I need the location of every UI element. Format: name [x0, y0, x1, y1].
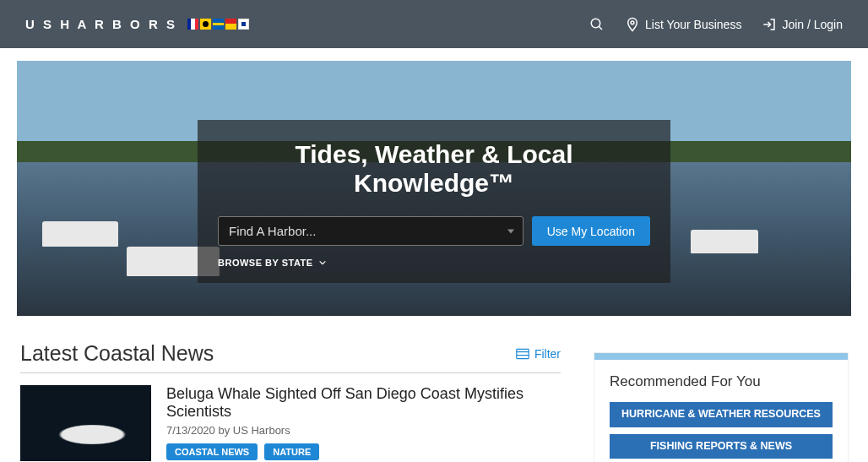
sidebar: Recommended For You HURRICANE & WEATHER … — [594, 341, 848, 462]
tag-coastal-news[interactable]: COASTAL NEWS — [166, 443, 258, 460]
news-header: Latest Coastal News Filter — [20, 341, 561, 373]
logo-flags — [187, 19, 249, 30]
chevron-down-icon — [318, 258, 327, 267]
harbor-select-placeholder: Find A Harbor... — [229, 224, 316, 238]
recommended-title: Recommended For You — [610, 373, 833, 390]
article-title[interactable]: Beluga Whale Sighted Off San Diego Coast… — [166, 385, 561, 421]
filter-icon — [516, 348, 529, 360]
article-body: Beluga Whale Sighted Off San Diego Coast… — [166, 385, 561, 462]
list-business-label: List Your Business — [645, 18, 741, 31]
search-button[interactable] — [589, 17, 605, 32]
join-login-link[interactable]: Join / Login — [762, 17, 843, 32]
filter-button[interactable]: Filter — [516, 347, 561, 361]
join-login-label: Join / Login — [782, 18, 843, 31]
browse-by-state[interactable]: BROWSE BY STATE — [218, 258, 650, 268]
login-icon — [762, 17, 777, 32]
recommended-box: Recommended For You HURRICANE & WEATHER … — [594, 353, 848, 462]
logo-text: U S H A R B O R S — [25, 17, 177, 31]
article-tags: COASTAL NEWS NATURE — [166, 443, 561, 460]
harbor-select[interactable]: Find A Harbor... — [218, 216, 524, 246]
filter-label: Filter — [534, 347, 561, 361]
search-icon — [589, 17, 605, 32]
main-column: Latest Coastal News Filter Beluga Whale … — [20, 341, 561, 462]
site-header: U S H A R B O R S List Your Business Joi… — [0, 0, 868, 48]
rec-hurricane-button[interactable]: HURRICANE & WEATHER RESOURCES — [610, 402, 833, 427]
hero-title: Tides, Weather & Local Knowledge™ — [218, 140, 650, 198]
svg-point-0 — [591, 19, 600, 28]
svg-line-1 — [599, 26, 602, 30]
use-location-button[interactable]: Use My Location — [532, 216, 650, 246]
article: Beluga Whale Sighted Off San Diego Coast… — [20, 385, 561, 462]
tag-nature[interactable]: NATURE — [264, 443, 319, 460]
hero-panel: Tides, Weather & Local Knowledge™ Find A… — [198, 120, 670, 283]
content: Latest Coastal News Filter Beluga Whale … — [0, 316, 868, 462]
article-meta: 7/13/2020 by US Harbors — [166, 424, 561, 437]
rec-fishing-button[interactable]: FISHING REPORTS & NEWS — [610, 434, 833, 459]
pin-icon — [625, 17, 640, 32]
browse-label: BROWSE BY STATE — [218, 258, 313, 268]
list-business-link[interactable]: List Your Business — [625, 17, 741, 32]
svg-rect-3 — [517, 349, 529, 358]
hero: Tides, Weather & Local Knowledge™ Find A… — [17, 61, 851, 316]
logo[interactable]: U S H A R B O R S — [25, 17, 249, 31]
header-nav: List Your Business Join / Login — [589, 17, 843, 32]
article-image[interactable] — [20, 385, 151, 461]
svg-point-2 — [631, 20, 634, 24]
news-heading: Latest Coastal News — [20, 341, 214, 366]
